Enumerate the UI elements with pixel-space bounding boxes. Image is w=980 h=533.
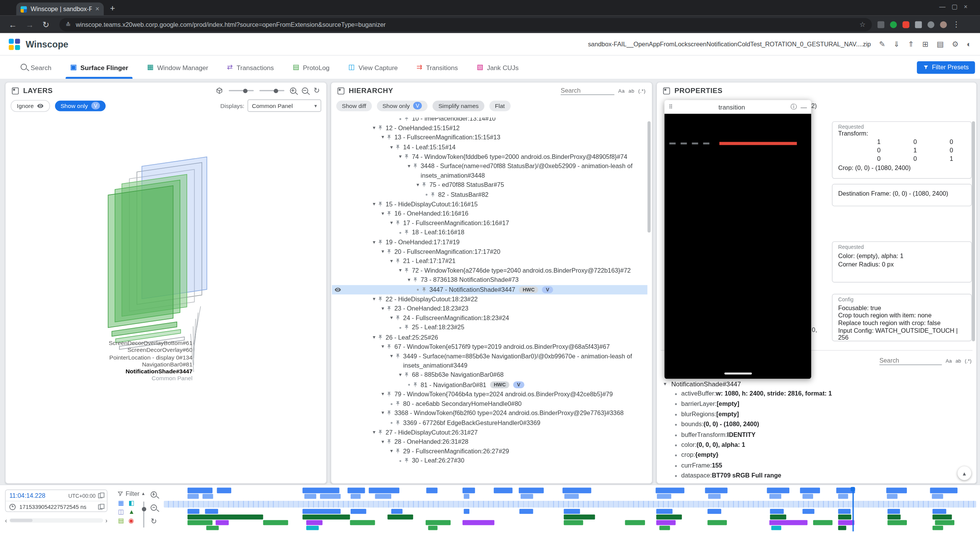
flat-chip[interactable]: Flat [489,100,510,111]
timeline-segment[interactable] [304,494,317,499]
wm-trace-icon[interactable]: ▲ [128,509,134,515]
timeline-segment[interactable] [771,526,781,530]
pin-icon[interactable] [377,199,385,207]
pin-icon[interactable] [377,332,385,340]
tab-jank-cujs[interactable]: ▧Jank CUJs [467,56,528,78]
pin-icon[interactable] [404,323,412,330]
timeline-segment[interactable] [375,494,391,499]
timeline-segment[interactable] [563,487,591,493]
pin-icon[interactable] [413,380,421,387]
3d-view-icon[interactable] [216,87,223,95]
timeline-segment[interactable] [187,494,199,499]
hscroll-track[interactable] [10,518,103,522]
layer-label[interactable]: ScreenDecorOverlay#60 [6,347,193,353]
layer-label[interactable]: PointerLocation - display 0#134 [6,353,193,360]
pin-icon[interactable] [386,209,394,216]
collapse-chevron[interactable]: ▾ [388,256,395,266]
tab-surface-flinger[interactable]: ▣Surface Flinger [61,56,138,78]
hierarchy-scrollbar[interactable] [647,121,650,233]
tree-node[interactable]: ▾72 - WindowToken{a2746de type=2040 andr… [332,266,647,275]
zoom-out-icon[interactable] [302,88,308,94]
pin-icon[interactable] [395,418,403,425]
tree-node[interactable]: ▾19 - OneHanded:17:17#19 [332,237,647,247]
tree-node[interactable]: ▾12 - OneHanded:15:15#12 [332,123,647,133]
copy-time-icon[interactable] [98,493,103,499]
pin-icon[interactable] [386,133,394,141]
timeline-segment[interactable] [838,526,846,530]
timeline-hscroll[interactable]: ‹ › [5,517,108,524]
collapse-chevron[interactable]: ▾ [379,133,386,142]
timeline-segment[interactable] [707,509,721,514]
download-icon[interactable]: ⇓ [893,40,900,49]
collapse-chevron[interactable]: ▾ [662,381,668,387]
timeline-segment[interactable] [933,515,952,520]
pin-icon[interactable] [421,180,429,188]
displays-select[interactable]: Common Panel ▾ [248,100,322,112]
timeline-segment[interactable] [656,515,682,520]
properties-search-input[interactable] [879,356,942,365]
timeline-segment[interactable] [564,494,579,499]
property-row[interactable]: color: (0, 0, 0), alpha: 1 [675,440,973,450]
property-row[interactable]: dataspace: BT709 sRGB Full range [675,471,973,481]
timeline-segment[interactable] [187,515,263,520]
timeline-segment[interactable] [564,520,583,525]
layer-label[interactable]: ScreenDecorOverlayBottom#61 [6,340,193,347]
pin-icon[interactable] [395,218,403,226]
timeline-segment[interactable] [493,487,512,493]
timeline-cursor[interactable] [853,487,854,531]
collapse-chevron[interactable]: ▾ [379,209,386,218]
property-row[interactable]: currFrame: 155 [675,461,973,471]
extension-icon[interactable] [890,21,897,28]
timeline-segment[interactable] [838,509,850,514]
upload-icon[interactable]: ⇑ [908,40,914,49]
timeline-segment[interactable] [463,520,495,525]
extension-icon[interactable] [877,21,884,28]
pin-icon[interactable] [377,123,385,131]
timeline-segment[interactable] [369,487,400,493]
pin-icon[interactable] [377,294,385,302]
timeline-segment[interactable] [306,526,319,530]
overlay-titlebar[interactable]: ⠿ transition ⓘ — [665,100,812,114]
collapse-chevron[interactable]: ▾ [406,161,413,171]
timeline-segment[interactable] [520,494,533,499]
timeline-segment[interactable] [216,520,229,525]
tree-node[interactable]: ▾23 - OneHanded:18:23#23 [332,304,647,314]
pin-icon[interactable] [413,275,421,283]
tab-transactions[interactable]: ⇄Transactions [218,56,283,78]
tree-node[interactable]: 80 - ace6abb SecondaryHomeHandle0#80 [332,399,647,409]
tab-transitions[interactable]: ⇉Transitions [407,56,467,78]
tab-protolog[interactable]: ▤ProtoLog [283,56,339,78]
timeline-segment[interactable] [705,487,727,493]
property-row[interactable]: bounds: (0, 0) - (1080, 2400) [675,420,973,430]
window-controls[interactable]: —▢× [939,3,973,10]
tree-node[interactable]: ▾74 - WindowToken{fdddbe6 type=2000 andr… [332,152,647,161]
scroll-right-icon[interactable]: › [105,517,107,523]
property-row[interactable]: bufferTransform: IDENTITY [675,430,973,440]
tree-node[interactable]: ▾3368 - WindowToken{f6b2f60 type=2024 an… [332,409,647,418]
collapse-chevron[interactable]: ▾ [371,427,377,437]
info-icon[interactable]: ⓘ [791,103,797,111]
timeline-zoom-in-icon[interactable] [151,491,157,497]
timeline-segment[interactable] [659,526,670,530]
timeline-segment[interactable] [625,520,645,525]
timeline-segment[interactable] [351,509,366,514]
show-diff-chip[interactable]: Show diff [336,100,372,111]
timeline-zoom-slider[interactable] [143,501,144,528]
tree-node[interactable]: ▾15 - HideDisplayCutout:16:16#15 [332,199,647,209]
timeline-segment[interactable] [464,509,469,514]
timeline-segment[interactable] [391,509,403,514]
ignore-chip[interactable]: Ignore [11,100,50,111]
timeline-segment[interactable] [770,509,784,514]
profile-avatar[interactable] [940,21,947,28]
simplify-names-chip[interactable]: Simplify names [433,100,484,111]
pin-icon[interactable] [395,256,403,264]
collapse-chevron[interactable]: ▾ [371,332,377,342]
collapse-chevron[interactable]: ▾ [406,275,413,285]
pin-icon[interactable] [386,342,394,350]
tune-icon[interactable]: ≛ [65,21,71,28]
timeline-segment[interactable] [655,487,684,493]
timeline-segment[interactable] [205,509,218,514]
collapse-chevron[interactable]: ▾ [397,152,404,161]
pin-icon[interactable] [404,152,412,159]
address-bar[interactable]: ≛ winscope.teams.x20web.corp.google.com/… [59,18,872,31]
